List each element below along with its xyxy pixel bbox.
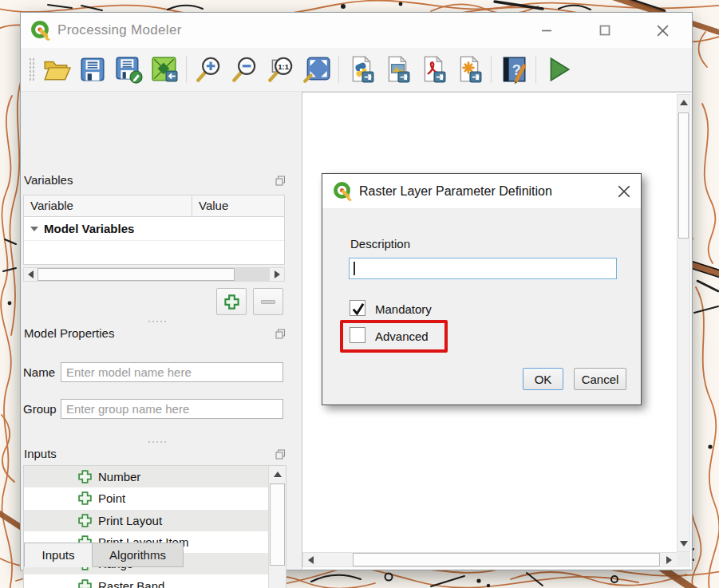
scrollbar-thumb[interactable] bbox=[270, 483, 285, 566]
variables-h-scrollbar[interactable] bbox=[23, 267, 285, 282]
model-group-input[interactable] bbox=[61, 399, 283, 419]
input-item-label: Raster Band bbox=[98, 579, 164, 588]
ok-button[interactable]: OK bbox=[523, 368, 563, 390]
model-variables-label: Model Variables bbox=[44, 222, 134, 235]
variables-table: Variable Value Model Variables bbox=[23, 195, 285, 265]
canvas-v-scrollbar[interactable] bbox=[677, 94, 690, 552]
advanced-label: Advanced bbox=[375, 330, 429, 343]
zoom-full-icon bbox=[302, 55, 331, 84]
panel-splitter-handle[interactable] bbox=[148, 441, 166, 443]
scroll-up-arrow[interactable] bbox=[269, 466, 286, 483]
open-model-button[interactable] bbox=[38, 52, 74, 87]
variables-panel-title: Variables bbox=[24, 173, 73, 187]
mandatory-checkbox[interactable] bbox=[350, 300, 365, 316]
maximize-button[interactable] bbox=[575, 13, 634, 48]
scroll-right-arrow[interactable] bbox=[270, 268, 284, 281]
toolbar-drag-handle[interactable] bbox=[29, 57, 35, 81]
text-caret bbox=[354, 262, 355, 275]
remove-variable-button[interactable] bbox=[253, 288, 283, 315]
export-image-icon bbox=[383, 55, 412, 84]
panel-splitter-handle[interactable] bbox=[148, 321, 166, 322]
model-variables-group-row[interactable]: Model Variables bbox=[24, 217, 284, 241]
edit-model-help-button[interactable]: ? bbox=[496, 52, 531, 87]
scrollbar-thumb[interactable] bbox=[38, 268, 235, 281]
qgis-logo-icon bbox=[30, 20, 51, 41]
canvas-h-scrollbar[interactable] bbox=[302, 552, 678, 567]
description-input[interactable] bbox=[349, 258, 617, 279]
scrollbar-track[interactable] bbox=[235, 268, 270, 281]
scrollbar-corner bbox=[677, 552, 690, 567]
tab-inputs[interactable]: Inputs bbox=[24, 543, 93, 567]
collapse-triangle-icon[interactable] bbox=[30, 227, 38, 231]
mandatory-label: Mandatory bbox=[375, 302, 432, 316]
model-name-input[interactable] bbox=[61, 362, 283, 382]
save-model-as-button[interactable] bbox=[110, 52, 146, 87]
group-label: Group bbox=[23, 402, 57, 416]
export-as-pdf-button[interactable] bbox=[415, 52, 451, 87]
float-panel-icon[interactable] bbox=[275, 449, 286, 460]
export-as-image-button[interactable] bbox=[379, 52, 415, 87]
tab-algorithms[interactable]: Algorithms bbox=[93, 543, 184, 567]
variables-table-header: Variable Value bbox=[24, 195, 284, 217]
dock-tabs: Inputs Algorithms bbox=[24, 543, 184, 567]
model-properties-panel-title: Model Properties bbox=[24, 326, 114, 340]
scroll-right-arrow[interactable] bbox=[662, 553, 677, 566]
minus-icon bbox=[261, 300, 275, 304]
export-as-svg-button[interactable] bbox=[451, 52, 487, 87]
input-item-point[interactable]: Point bbox=[24, 487, 286, 509]
column-header-variable[interactable]: Variable bbox=[24, 195, 192, 216]
column-header-value[interactable]: Value bbox=[192, 195, 284, 216]
add-variable-button[interactable] bbox=[216, 288, 247, 315]
checkmark-icon bbox=[350, 301, 366, 317]
dialog-title: Raster Layer Parameter Definition bbox=[359, 184, 552, 199]
cancel-button[interactable]: Cancel bbox=[574, 368, 626, 390]
zoom-out-button[interactable] bbox=[227, 52, 263, 87]
scroll-left-arrow[interactable] bbox=[303, 553, 318, 566]
toolbar-separator bbox=[491, 56, 492, 83]
close-button[interactable] bbox=[634, 13, 692, 48]
left-dock-area: Variables Variable Value Model Variables bbox=[21, 92, 302, 570]
inputs-v-scrollbar[interactable] bbox=[268, 466, 286, 588]
add-input-icon bbox=[78, 579, 92, 588]
scrollbar-thumb[interactable] bbox=[678, 112, 689, 239]
name-label: Name bbox=[23, 365, 55, 379]
run-model-button[interactable] bbox=[540, 52, 576, 87]
scroll-left-arrow[interactable] bbox=[24, 268, 38, 281]
save-as-icon bbox=[114, 55, 143, 84]
float-panel-icon[interactable] bbox=[275, 176, 286, 186]
description-label: Description bbox=[350, 237, 410, 251]
save-model-button[interactable] bbox=[74, 52, 110, 87]
window-title: Processing Modeler bbox=[57, 22, 182, 38]
advanced-checkbox[interactable] bbox=[350, 327, 365, 343]
model-canvas[interactable]: Raster Layer Parameter Definition Descri… bbox=[302, 92, 691, 569]
zoom-out-icon bbox=[231, 55, 259, 84]
zoom-actual-size-button[interactable]: 1:1 bbox=[263, 52, 298, 87]
scroll-up-arrow[interactable] bbox=[678, 95, 689, 110]
minimize-button[interactable] bbox=[517, 13, 575, 48]
modeler-toolbar: 1:1 bbox=[21, 48, 692, 92]
zoom-full-button[interactable] bbox=[298, 52, 334, 87]
scroll-down-arrow[interactable] bbox=[678, 536, 689, 551]
zoom-in-button[interactable] bbox=[191, 52, 227, 87]
save-model-in-project-button[interactable] bbox=[146, 52, 182, 87]
add-input-icon bbox=[78, 491, 92, 505]
input-item-raster-band[interactable]: Raster Band bbox=[24, 574, 286, 588]
scrollbar-thumb[interactable] bbox=[353, 553, 660, 566]
dialog-close-button[interactable] bbox=[615, 183, 633, 200]
run-icon bbox=[544, 55, 573, 84]
window-titlebar: Processing Modeler bbox=[21, 13, 692, 48]
float-panel-icon[interactable] bbox=[275, 329, 286, 339]
toolbar-separator bbox=[535, 56, 536, 83]
add-input-icon bbox=[78, 470, 92, 483]
export-as-python-script-button[interactable] bbox=[343, 52, 379, 87]
toolbar-separator bbox=[186, 56, 187, 83]
input-item-number[interactable]: Number bbox=[24, 466, 286, 487]
input-item-label: Point bbox=[98, 491, 125, 505]
toolbar-separator bbox=[338, 56, 339, 83]
zoom-in-icon bbox=[195, 55, 223, 84]
zoom-1-1-icon: 1:1 bbox=[267, 55, 295, 84]
add-input-icon bbox=[78, 514, 92, 527]
export-pdf-icon bbox=[419, 55, 448, 84]
input-item-print-layout[interactable]: Print Layout bbox=[24, 510, 286, 531]
inputs-panel-title: Inputs bbox=[24, 447, 57, 460]
